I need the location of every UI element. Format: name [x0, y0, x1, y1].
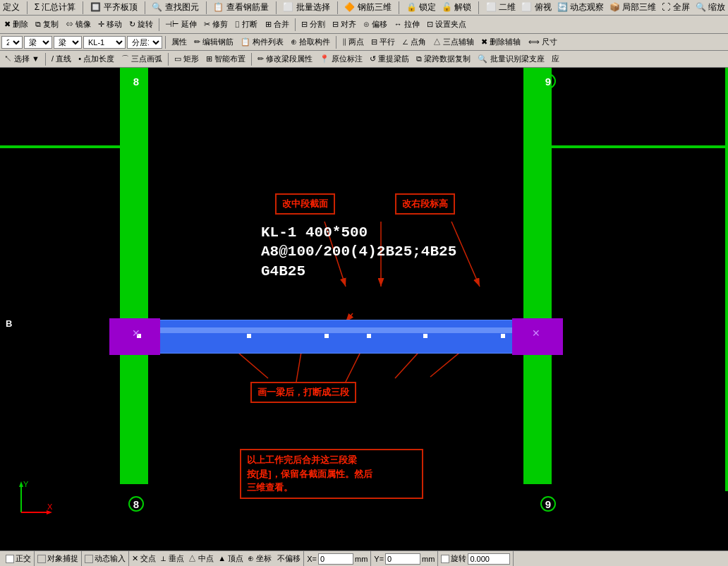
perpend[interactable]: ⊥ 垂点 — [160, 553, 184, 564]
beam-label: KL-1 400*500 A8@100/200(4)2B25;4B25 G4B2… — [261, 223, 456, 281]
menu-align-top[interactable]: 🔲 平齐板顶 — [90, 1, 137, 13]
btn-stretch[interactable]: ↔ 拉伸 — [392, 18, 423, 30]
code-select[interactable]: KL-1 — [83, 36, 126, 49]
btn-merge[interactable]: ⊞ 合并 — [262, 18, 292, 30]
menu-calc[interactable]: Σ 汇总计算 — [35, 1, 76, 13]
status-bar: 正交 对象捕捉 动态输入 ✕ 交点 ⊥ 垂点 △ 中点 ▲ 顶点 ⊕ 坐标 不偏… — [0, 550, 728, 566]
btn-break[interactable]: ⌷ 打断 — [232, 18, 260, 30]
endpt[interactable]: ▲ 顶点 — [218, 553, 243, 564]
menu-zoom[interactable]: 🔍 缩放 — [696, 1, 725, 13]
btn-angle-point[interactable]: ∠ 点角 — [399, 36, 429, 48]
ann-merge-info: 以上工作完后合并这三段梁 按[是]，保留各截面属性。然后 三维查看。 — [240, 449, 423, 499]
btn-modify-seg-prop[interactable]: ✏ 修改梁段属性 — [255, 53, 315, 65]
btn-repick-rebar[interactable]: ↺ 重提梁筋 — [367, 53, 412, 65]
btn-site-mark[interactable]: 📍 原位标注 — [317, 53, 365, 65]
btn-extend[interactable]: ⊣⊢ 延伸 — [162, 18, 200, 30]
menu-find[interactable]: 🔍 查找图元 — [152, 1, 198, 13]
no-offset-label: 不偏移 — [277, 553, 301, 564]
y-input[interactable] — [385, 553, 420, 565]
midpt[interactable]: △ 中点 — [188, 553, 214, 564]
menu-define[interactable]: 定义 — [3, 1, 20, 13]
btn-three-arc[interactable]: ⌒ 三点画弧 — [119, 53, 165, 65]
btn-three-point-aux[interactable]: △ 三点辅轴 — [430, 36, 477, 48]
grid-9-top-right: 9 — [540, 73, 556, 89]
btn-offset[interactable]: ⊙ 偏移 — [360, 18, 390, 30]
svg-text:Y: Y — [23, 480, 29, 488]
btn-copy[interactable]: ⧉ 复制 — [32, 18, 61, 30]
btn-point-length[interactable]: • 点加长度 — [75, 53, 117, 65]
btn-delete[interactable]: ✖ 删除 — [1, 18, 31, 30]
btn-property[interactable]: 属性 — [169, 36, 190, 48]
menu-top-view[interactable]: ⬜ 俯视 — [521, 1, 551, 13]
toolbar2: 2 梁 梁 KL-1 分层1 属性 ✏ 编辑钢筋 📋 构件列表 ⊕ 拾取构件 ∥… — [0, 34, 728, 51]
rotate-input[interactable] — [468, 553, 510, 565]
snap-checkbox[interactable] — [37, 555, 46, 563]
rotate-checkbox[interactable] — [441, 555, 449, 563]
btn-line[interactable]: / 直线 — [49, 53, 74, 65]
dynin-checkbox[interactable] — [85, 555, 93, 563]
beam-label-line3: G4B25 — [261, 262, 456, 281]
beam-dot-2 — [247, 334, 251, 338]
menu-bar: 定义 Σ 汇总计算 🔲 平齐板顶 🔍 查找图元 📋 查看钢筋量 ⬜ 批量选择 🔶… — [0, 0, 728, 16]
status-dynin[interactable]: 动态输入 — [82, 551, 129, 566]
btn-two-point[interactable]: ∥ 两点 — [339, 36, 367, 48]
ortho-checkbox[interactable] — [6, 555, 14, 563]
btn-trim[interactable]: ✂ 修剪 — [201, 18, 231, 30]
status-ortho[interactable]: 正交 — [3, 551, 35, 566]
btn-align[interactable]: ⊟ 对齐 — [329, 18, 359, 30]
grid-9-bot-right: 9 — [540, 496, 556, 512]
btn-copy-span[interactable]: ⧉ 梁跨数据复制 — [413, 53, 473, 65]
menu-fullscreen[interactable]: ⛶ 全屏 — [662, 1, 689, 13]
btn-split[interactable]: ⊟ 分割 — [298, 18, 328, 30]
ortho-label: 正交 — [16, 553, 31, 564]
x-intersect[interactable]: ✕ 交点 — [132, 553, 156, 564]
type2-select[interactable]: 梁 — [54, 36, 82, 49]
status-sep1: ✕ 交点 ⊥ 垂点 △ 中点 ▲ 顶点 ⊕ 坐标 — [129, 551, 274, 566]
type1-select[interactable]: 梁 — [24, 36, 52, 49]
ann-draw-break: 画一梁后，打断成三段 — [250, 382, 356, 403]
btn-smart-layout[interactable]: ⊞ 智能布置 — [203, 53, 248, 65]
menu-dynamic-view[interactable]: 🔄 动态观察 — [557, 1, 604, 13]
status-rotate: 旋转 — [438, 551, 514, 566]
btn-select[interactable]: ↖ 选择 ▼ — [1, 53, 42, 65]
btn-rotate[interactable]: ↻ 旋转 — [126, 18, 156, 30]
btn-parallel[interactable]: ⊟ 平行 — [368, 36, 398, 48]
y-mm-label: mm — [422, 555, 435, 563]
status-no-offset[interactable]: 不偏移 — [274, 551, 304, 566]
menu-batch-select[interactable]: ⬜ 批量选择 — [283, 1, 329, 13]
status-snap[interactable]: 对象捕捉 — [35, 551, 82, 566]
x-input[interactable] — [318, 553, 353, 565]
btn-component-list[interactable]: 📋 构件列表 — [238, 36, 286, 48]
btn-edit-rebar[interactable]: ✏ 编辑钢筋 — [191, 36, 236, 48]
menu-2d[interactable]: ⬜ 二维 — [486, 1, 516, 13]
layer-select[interactable]: 分层1 — [127, 36, 162, 49]
btn-pick[interactable]: ⊕ 拾取构件 — [288, 36, 333, 48]
btn-dimension[interactable]: ⟺ 尺寸 — [526, 36, 560, 48]
cross-right: ✕ — [532, 327, 540, 339]
btn-move[interactable]: ✛ 移动 — [95, 18, 125, 30]
x-mm-label: mm — [355, 555, 368, 563]
menu-lock[interactable]: 🔒 锁定 — [406, 1, 436, 13]
beam-label-line2: A8@100/200(4)2B25;4B25 — [261, 242, 456, 261]
btn-batch-identify[interactable]: 🔍 批量识别梁支座 — [475, 53, 547, 65]
btn-app[interactable]: 应 — [549, 53, 562, 65]
menu-rebar-3d[interactable]: 🔶 钢筋三维 — [344, 1, 391, 13]
status-y-coord: Y= mm — [371, 551, 438, 566]
menu-rebar-qty[interactable]: 📋 查看钢筋量 — [213, 1, 268, 13]
num-select[interactable]: 2 — [1, 36, 23, 49]
btn-rect[interactable]: ▭ 矩形 — [171, 53, 202, 65]
ann-change-mid-section: 改中段截面 — [275, 193, 335, 215]
status-x-coord: X= mm — [304, 551, 371, 566]
beam-dot-4 — [367, 334, 371, 338]
beam-dot-5 — [423, 334, 427, 338]
beam-dot-3 — [324, 334, 329, 338]
menu-unlock[interactable]: 🔓 解锁 — [442, 1, 471, 13]
coord[interactable]: ⊕ 坐标 — [248, 553, 272, 564]
grid-8-bot-left: 8 — [128, 496, 144, 512]
btn-mirror[interactable]: ⇔ 镜像 — [63, 18, 94, 30]
y-label: Y= — [374, 555, 384, 563]
green-col-left-main — [120, 145, 148, 329]
menu-local-3d[interactable]: 📦 局部三维 — [609, 1, 656, 13]
btn-del-aux[interactable]: ✖ 删除辅轴 — [478, 36, 523, 48]
btn-set-grip[interactable]: ⊡ 设置夹点 — [424, 18, 469, 30]
